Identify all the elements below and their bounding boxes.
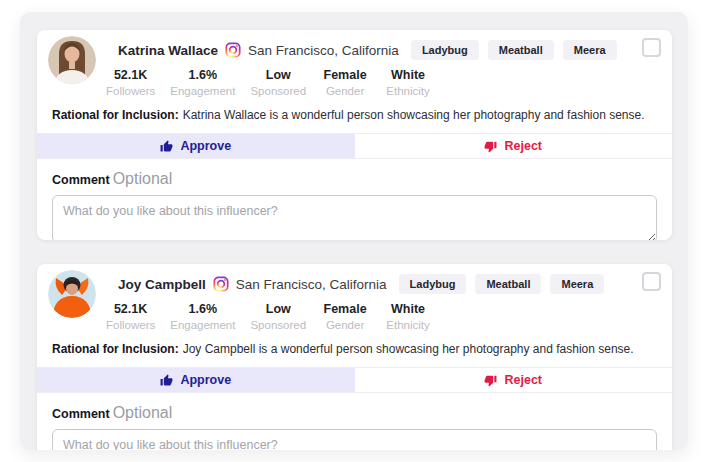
stat-gender: FemaleGender — [321, 302, 369, 331]
rationale-text: Rational for Inclusion:Katrina Wallace i… — [37, 97, 672, 123]
select-checkbox[interactable] — [642, 38, 661, 57]
tag-list: Ladybug Meatball Meera — [399, 274, 605, 294]
rationale-label: Rational for Inclusion: — [52, 342, 179, 356]
influencer-name: Joy Campbell — [118, 277, 206, 292]
header-info: Joy Campbell San Francisco, California L… — [106, 270, 660, 331]
approve-button[interactable]: Approve — [37, 134, 355, 158]
tag-badge: Meera — [563, 40, 617, 60]
rationale-label: Rational for Inclusion: — [52, 108, 179, 122]
action-bar: Approve Reject — [37, 133, 672, 159]
comment-label: CommentOptional — [52, 170, 657, 188]
influencer-location: San Francisco, California — [236, 277, 387, 292]
influencer-name: Katrina Wallace — [118, 43, 218, 58]
avatar — [48, 36, 96, 84]
thumbs-down-icon — [484, 374, 497, 387]
stat-ethnicity: WhiteEthnicity — [384, 68, 432, 97]
tag-badge: Meera — [550, 274, 604, 294]
influencer-review-panel: Katrina Wallace — [20, 12, 688, 450]
stat-gender: FemaleGender — [321, 68, 369, 97]
rationale-text: Rational for Inclusion:Joy Campbell is a… — [37, 331, 672, 357]
influencer-card-katrina-wallace: Katrina Wallace — [37, 30, 672, 240]
screenshot-root: Katrina Wallace — [0, 0, 705, 462]
select-checkbox[interactable] — [642, 272, 661, 291]
approve-button[interactable]: Approve — [37, 368, 355, 392]
stat-sponsored: LowSponsored — [250, 68, 306, 97]
tag-badge: Ladybug — [399, 274, 467, 294]
comment-input[interactable] — [52, 429, 657, 450]
tag-list: Ladybug Meatball Meera — [411, 40, 617, 60]
instagram-icon — [225, 42, 241, 58]
stats-row: 52.1KFollowers 1.6%Engagement LowSponsor… — [106, 302, 660, 331]
action-bar: Approve Reject — [37, 367, 672, 393]
thumbs-up-icon — [160, 140, 173, 153]
reject-button[interactable]: Reject — [355, 134, 673, 158]
stat-engagement: 1.6%Engagement — [170, 302, 235, 331]
stat-ethnicity: WhiteEthnicity — [384, 302, 432, 331]
tag-badge: Meatball — [488, 40, 554, 60]
stat-sponsored: LowSponsored — [250, 302, 306, 331]
stats-row: 52.1KFollowers 1.6%Engagement LowSponsor… — [106, 68, 660, 97]
avatar — [48, 270, 96, 318]
stat-followers: 52.1KFollowers — [106, 302, 155, 331]
instagram-icon — [213, 276, 229, 292]
stat-followers: 52.1KFollowers — [106, 68, 155, 97]
influencer-location: San Francisco, California — [248, 43, 399, 58]
comment-input[interactable] — [52, 195, 657, 240]
influencer-card-joy-campbell: Joy Campbell San Francisco, California L… — [37, 264, 672, 450]
thumbs-up-icon — [160, 374, 173, 387]
tag-badge: Ladybug — [411, 40, 479, 60]
card-header: Katrina Wallace — [37, 30, 672, 97]
card-header: Joy Campbell San Francisco, California L… — [37, 264, 672, 331]
comment-section: CommentOptional — [37, 393, 672, 450]
stat-engagement: 1.6%Engagement — [170, 68, 235, 97]
reject-button[interactable]: Reject — [355, 368, 673, 392]
comment-section: CommentOptional — [37, 159, 672, 240]
comment-label: CommentOptional — [52, 404, 657, 422]
thumbs-down-icon — [484, 140, 497, 153]
tag-badge: Meatball — [475, 274, 541, 294]
header-info: Katrina Wallace — [106, 36, 660, 97]
